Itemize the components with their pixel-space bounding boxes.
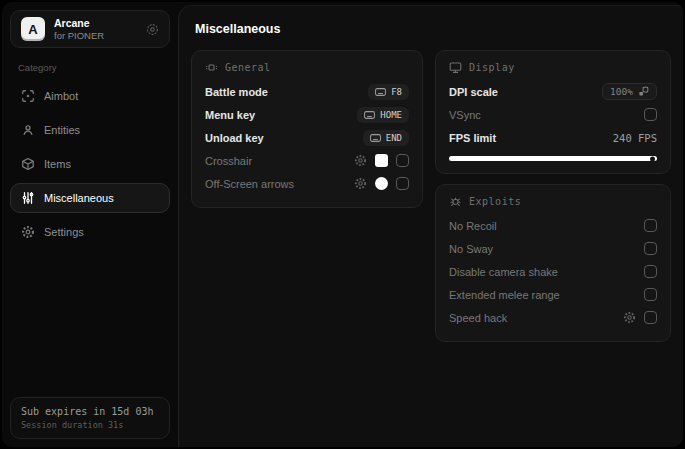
- app-subtitle: for PIONER: [54, 30, 104, 41]
- display-panel-title: Display: [469, 62, 515, 73]
- dpi-scale-value: 100%: [610, 86, 633, 97]
- sidebar-item-items[interactable]: Items: [10, 149, 170, 179]
- disable-camera-shake-row: Disable camera shake: [449, 260, 657, 283]
- display-panel-header: Display: [449, 61, 657, 74]
- dpi-scale-label: DPI scale: [449, 86, 498, 98]
- sidebar-item-aimbot[interactable]: Aimbot: [10, 81, 170, 111]
- fps-limit-slider[interactable]: [449, 156, 657, 161]
- speed-hack-row: Speed hack: [449, 306, 657, 329]
- crosshair-icon: [21, 89, 35, 103]
- disable-camera-shake-checkbox[interactable]: [644, 265, 657, 278]
- sidebar-item-label: Settings: [44, 226, 84, 238]
- menu-key-keybind-button[interactable]: HOME: [357, 107, 409, 123]
- menu-key-label: Menu key: [205, 109, 255, 121]
- sidebar-item-miscellaneous[interactable]: Miscellaneous: [10, 183, 170, 213]
- category-label: Category: [18, 62, 178, 73]
- unload-key-label: Unload key: [205, 132, 264, 144]
- crosshair-color-swatch[interactable]: [375, 154, 388, 167]
- monitor-icon: [449, 61, 462, 74]
- sliders-icon: [21, 191, 35, 205]
- general-icon: [205, 61, 218, 74]
- general-panel: General Battle mode F8: [191, 50, 423, 208]
- logo-card: A Arcane for PIONER: [10, 10, 170, 48]
- account-settings-icon[interactable]: [146, 23, 159, 36]
- cube-icon: [21, 157, 35, 171]
- offscreen-arrows-row: Off-Screen arrows: [205, 172, 409, 195]
- crosshair-settings-gear-icon[interactable]: [354, 154, 367, 167]
- sidebar-item-entities[interactable]: Entities: [10, 115, 170, 145]
- panel-columns: General Battle mode F8: [179, 36, 683, 342]
- battle-mode-row: Battle mode F8: [205, 80, 409, 103]
- speed-hack-settings-gear-icon[interactable]: [623, 311, 636, 324]
- exploits-panel-title: Exploits: [469, 196, 521, 207]
- keybind-value: F8: [391, 87, 402, 97]
- scale-icon: [638, 86, 649, 97]
- fps-limit-label: FPS limit: [449, 132, 496, 144]
- display-panel: Display DPI scale 100%: [435, 50, 671, 174]
- general-panel-title: General: [225, 62, 271, 73]
- battle-mode-label: Battle mode: [205, 86, 268, 98]
- no-recoil-label: No Recoil: [449, 220, 497, 232]
- no-sway-label: No Sway: [449, 243, 493, 255]
- entities-icon: [21, 123, 35, 137]
- vsync-checkbox[interactable]: [644, 108, 657, 121]
- gear-icon: [21, 225, 35, 239]
- no-recoil-row: No Recoil: [449, 214, 657, 237]
- menu-key-row: Menu key HOME: [205, 103, 409, 126]
- general-panel-header: General: [205, 61, 409, 74]
- crosshair-label: Crosshair: [205, 155, 252, 167]
- crosshair-row: Crosshair: [205, 149, 409, 172]
- exploits-panel: Exploits No Recoil No Sway Disable camer…: [435, 184, 671, 342]
- offscreen-arrows-settings-gear-icon[interactable]: [354, 177, 367, 190]
- unload-key-row: Unload key END: [205, 126, 409, 149]
- no-recoil-checkbox[interactable]: [644, 219, 657, 232]
- sidebar-item-label: Aimbot: [44, 90, 78, 102]
- battle-mode-keybind-button[interactable]: F8: [368, 84, 409, 100]
- offscreen-arrows-checkbox[interactable]: [396, 177, 409, 190]
- subscription-card: Sub expires in 15d 03h Session duration …: [10, 397, 170, 439]
- dpi-scale-row: DPI scale 100%: [449, 80, 657, 103]
- offscreen-arrows-color-swatch[interactable]: [375, 177, 388, 190]
- sidebar-item-settings[interactable]: Settings: [10, 217, 170, 247]
- exploits-panel-header: Exploits: [449, 195, 657, 208]
- keybind-value: END: [386, 133, 402, 143]
- sidebar: A Arcane for PIONER Category: [2, 2, 178, 447]
- sub-expires-text: Sub expires in 15d 03h: [21, 406, 159, 417]
- offscreen-arrows-label: Off-Screen arrows: [205, 178, 294, 190]
- keyboard-icon: [375, 88, 386, 96]
- sidebar-nav: Aimbot Entities Items: [10, 81, 170, 247]
- speed-hack-checkbox[interactable]: [644, 311, 657, 324]
- session-duration-text: Session duration 31s: [21, 420, 159, 430]
- speed-hack-label: Speed hack: [449, 312, 507, 324]
- extended-melee-range-row: Extended melee range: [449, 283, 657, 306]
- vsync-row: VSync: [449, 103, 657, 126]
- fps-slider-knob[interactable]: [650, 156, 655, 161]
- crosshair-checkbox[interactable]: [396, 154, 409, 167]
- app-window: A Arcane for PIONER Category: [2, 2, 683, 447]
- main-content: Miscellaneous: [178, 5, 683, 447]
- page-title: Miscellaneous: [179, 6, 683, 36]
- disable-camera-shake-label: Disable camera shake: [449, 266, 558, 278]
- sidebar-item-label: Items: [44, 158, 71, 170]
- app-title-block: Arcane for PIONER: [54, 17, 104, 41]
- keybind-value: HOME: [380, 110, 402, 120]
- app-logo: A: [21, 17, 45, 41]
- app-name: Arcane: [54, 17, 104, 29]
- fps-limit-row: FPS limit 240 FPS: [449, 126, 657, 149]
- extended-melee-range-label: Extended melee range: [449, 289, 560, 301]
- sidebar-item-label: Miscellaneous: [44, 192, 114, 204]
- sidebar-item-label: Entities: [44, 124, 80, 136]
- dpi-scale-dropdown[interactable]: 100%: [602, 83, 657, 100]
- extended-melee-range-checkbox[interactable]: [644, 288, 657, 301]
- bug-icon: [449, 195, 462, 208]
- no-sway-row: No Sway: [449, 237, 657, 260]
- vsync-label: VSync: [449, 109, 481, 121]
- no-sway-checkbox[interactable]: [644, 242, 657, 255]
- keyboard-icon: [370, 134, 381, 142]
- unload-key-keybind-button[interactable]: END: [363, 130, 409, 146]
- fps-limit-value: 240 FPS: [613, 132, 657, 144]
- keyboard-icon: [364, 111, 375, 119]
- logo-letter: A: [28, 22, 37, 37]
